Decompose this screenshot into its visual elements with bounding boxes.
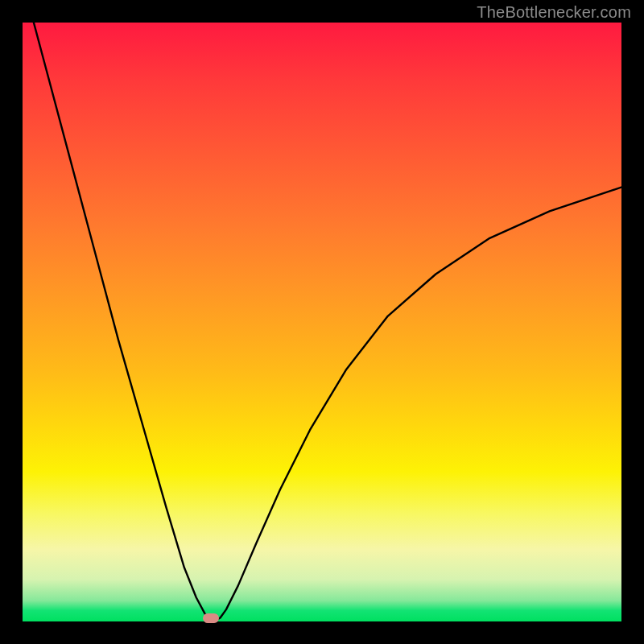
plot-area	[23, 23, 621, 621]
bottleneck-curve	[23, 23, 621, 621]
chart-frame: TheBottlenecker.com	[0, 0, 644, 644]
bottleneck-minimum-marker	[203, 613, 219, 623]
watermark-text: TheBottlenecker.com	[477, 3, 631, 22]
